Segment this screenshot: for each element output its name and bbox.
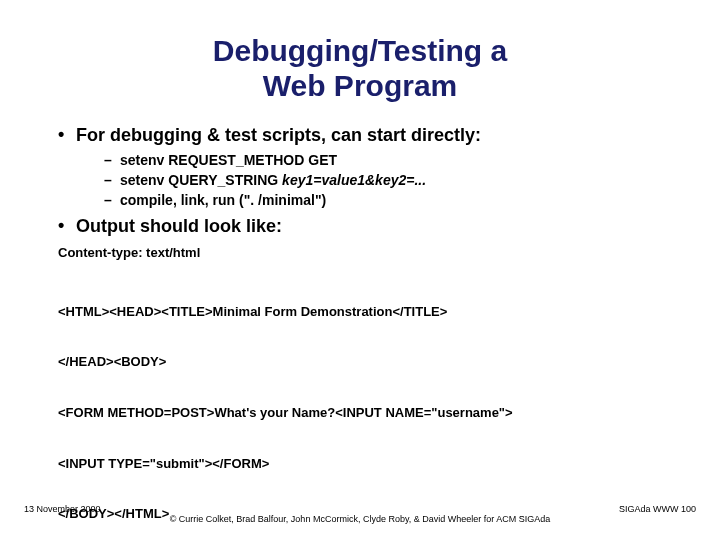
sub-bullet-list: setenv REQUEST_METHOD GET setenv QUERY_S…	[76, 152, 680, 208]
sub-bullet-2-italic: key1=value1&key2=...	[282, 172, 426, 188]
bullet-1: For debugging & test scripts, can start …	[58, 125, 680, 208]
code-line-1: <HTML><HEAD><TITLE>Minimal Form Demonstr…	[58, 304, 680, 321]
content-type-line: Content-type: text/html	[58, 245, 680, 260]
footer-right: SIGAda WWW 100	[619, 504, 696, 514]
sub-bullet-3: compile, link, run (". /minimal")	[104, 192, 680, 208]
bullet-2: Output should look like:	[58, 216, 680, 237]
sub-bullet-2-prefix: setenv QUERY_STRING	[120, 172, 282, 188]
bullet-list: For debugging & test scripts, can start …	[40, 125, 680, 237]
code-line-3: <FORM METHOD=POST>What's your Name?<INPU…	[58, 405, 680, 422]
slide: Debugging/Testing a Web Program For debu…	[0, 0, 720, 540]
footer-date: 13 November 2000	[24, 504, 101, 514]
slide-title: Debugging/Testing a Web Program	[40, 34, 680, 103]
footer-credit: © Currie Colket, Brad Balfour, John McCo…	[24, 514, 696, 524]
sub-bullet-1: setenv REQUEST_METHOD GET	[104, 152, 680, 168]
bullet-2-text: Output should look like:	[76, 216, 282, 236]
code-block: <HTML><HEAD><TITLE>Minimal Form Demonstr…	[58, 270, 680, 540]
code-line-2: </HEAD><BODY>	[58, 354, 680, 371]
code-line-4: <INPUT TYPE="submit"></FORM>	[58, 456, 680, 473]
bullet-1-text: For debugging & test scripts, can start …	[76, 125, 481, 145]
title-line-2: Web Program	[263, 69, 458, 102]
title-line-1: Debugging/Testing a	[213, 34, 507, 67]
sub-bullet-2: setenv QUERY_STRING key1=value1&key2=...	[104, 172, 680, 188]
